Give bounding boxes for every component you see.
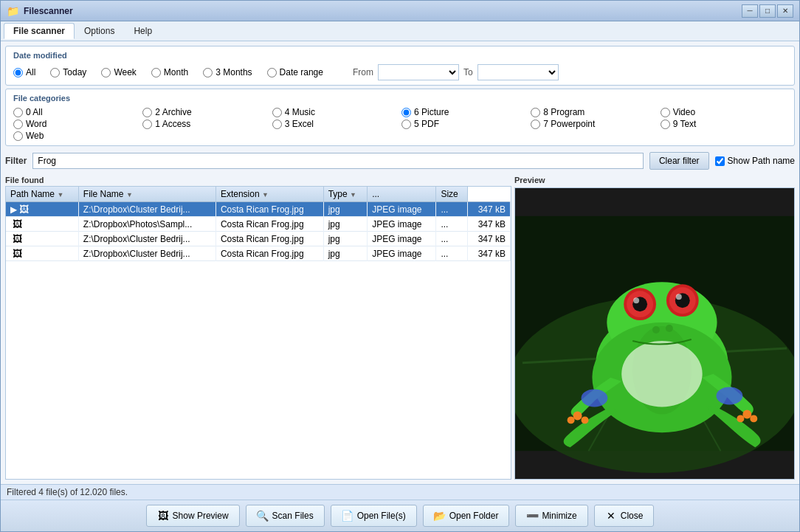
scan-files-icon: 🔍 (257, 510, 269, 522)
date-today-option[interactable]: Today (50, 67, 86, 77)
svg-point-11 (621, 341, 702, 407)
to-date-select[interactable] (477, 64, 559, 80)
filter-input[interactable] (32, 153, 644, 169)
close-toolbar-button[interactable]: ✕ Close (594, 505, 655, 527)
svg-point-9 (582, 390, 608, 407)
to-label: To (463, 67, 473, 77)
clear-filter-button[interactable]: Clear filter (649, 152, 709, 170)
from-date-select[interactable] (378, 64, 459, 80)
show-preview-button[interactable]: 🖼 Show Preview (146, 505, 240, 527)
col-header-size[interactable]: Size (436, 187, 467, 202)
cat-picture[interactable]: 6 Picture (401, 107, 513, 117)
status-text: Filtered 4 file(s) of 12.020 files. (7, 487, 128, 497)
show-path-container: Show Path name (715, 156, 795, 166)
file-categories-section: File categories 0 All 2 Archive 4 Music … (5, 89, 795, 146)
open-folder-button[interactable]: 📂 Open Folder (423, 505, 510, 527)
cell-type: JPEG image (368, 217, 436, 232)
tab-help[interactable]: Help (124, 23, 162, 39)
table-row[interactable]: 🖼Z:\Dropbox\Photos\Sampl...Costa Rican F… (6, 217, 511, 232)
minimize-toolbar-button[interactable]: ➖ Minimize (515, 505, 587, 527)
close-button[interactable]: ✕ (777, 4, 793, 18)
col-header-filename[interactable]: File Name ▼ (78, 187, 215, 202)
scan-files-button[interactable]: 🔍 Scan Files (246, 505, 325, 527)
cat-video[interactable]: Video (661, 107, 772, 117)
main-window: 📁 Filescanner ─ □ ✕ File scanner Options… (0, 0, 800, 532)
tab-options[interactable]: Options (75, 23, 124, 39)
file-type-icon: 🖼 (13, 233, 22, 244)
open-files-button[interactable]: 📄 Open File(s) (331, 505, 417, 527)
show-path-checkbox[interactable] (715, 156, 725, 166)
cat-pdf[interactable]: 5 PDF (401, 119, 513, 129)
minimize-button[interactable]: ─ (742, 4, 758, 18)
cell-type: JPEG image (368, 232, 436, 246)
svg-point-22 (568, 416, 575, 424)
cell-more[interactable]: ... (436, 232, 467, 246)
col-header-extension[interactable]: Extension ▼ (215, 187, 323, 202)
date-range-option[interactable]: Date range (267, 67, 323, 77)
svg-point-20 (573, 411, 582, 420)
date-month-option[interactable]: Month (151, 67, 188, 77)
col-header-more[interactable]: ... (368, 187, 436, 202)
preview-image-box (514, 187, 795, 480)
cell-more[interactable]: ... (436, 217, 467, 232)
file-found-label: File found (5, 176, 511, 184)
file-categories-label: File categories (13, 94, 787, 103)
open-files-label: Open File(s) (357, 511, 406, 521)
minimize-toolbar-label: Minimize (542, 511, 576, 521)
open-files-icon: 📄 (342, 510, 354, 522)
cat-word[interactable]: Word (13, 119, 125, 129)
table-row[interactable]: 🖼Z:\Dropbox\Cluster Bedrij...Costa Rican… (6, 232, 511, 246)
main-content: Date modified All Today Week Month (1, 41, 799, 484)
col-header-type[interactable]: Type ▼ (323, 187, 367, 202)
from-label: From (353, 67, 373, 77)
sort-pathname-icon: ▼ (57, 191, 63, 198)
file-table: Path Name ▼ File Name ▼ Extension ▼ (6, 187, 511, 261)
sort-extension-icon: ▼ (262, 191, 269, 198)
frog-preview-image (515, 188, 794, 479)
row-expand-cell[interactable]: 🖼 (6, 217, 78, 232)
cell-filename: Costa Rican Frog.jpg (215, 217, 323, 232)
row-expand-cell[interactable]: 🖼 (6, 232, 78, 246)
date-modified-label: Date modified (13, 51, 787, 60)
svg-point-25 (737, 415, 744, 422)
show-path-label[interactable]: Show Path name (728, 156, 795, 166)
row-expand-cell[interactable]: 🖼 (6, 246, 78, 261)
cell-extension: jpg (323, 217, 367, 232)
col-header-pathname[interactable]: Path Name ▼ (6, 187, 78, 202)
title-buttons: ─ □ ✕ (742, 4, 793, 18)
file-table-container[interactable]: Path Name ▼ File Name ▼ Extension ▼ (5, 186, 511, 480)
cat-music[interactable]: 4 Music (272, 107, 384, 117)
cat-all[interactable]: 0 All (13, 107, 125, 117)
cell-more[interactable]: ... (436, 246, 467, 261)
row-expand-cell[interactable]: ▶🖼 (6, 202, 78, 217)
cat-excel[interactable]: 3 Excel (272, 119, 384, 129)
title-bar: 📁 Filescanner ─ □ ✕ (1, 1, 799, 21)
open-folder-label: Open Folder (449, 511, 499, 521)
cat-web[interactable]: Web (13, 131, 125, 141)
cell-filename: Costa Rican Frog.jpg (215, 246, 323, 261)
title-bar-left: 📁 Filescanner (7, 5, 73, 17)
cat-access[interactable]: 1 Access (142, 119, 254, 129)
cat-powerpoint[interactable]: 7 Powerpoint (531, 119, 642, 129)
table-row[interactable]: ▶🖼Z:\Dropbox\Cluster Bedrij...Costa Rica… (6, 202, 511, 217)
cat-archive[interactable]: 2 Archive (142, 107, 254, 117)
cell-more[interactable]: ... (436, 202, 467, 217)
table-row[interactable]: 🖼Z:\Dropbox\Cluster Bedrij...Costa Rican… (6, 246, 511, 261)
cell-size: 347 kB (467, 246, 510, 261)
svg-point-24 (750, 415, 757, 422)
cell-pathname: Z:\Dropbox\Photos\Sampl... (78, 217, 215, 232)
open-folder-icon: 📂 (434, 510, 446, 522)
cell-filename: Costa Rican Frog.jpg (215, 232, 323, 246)
tab-file-scanner[interactable]: File scanner (4, 23, 75, 39)
expand-arrow-icon: ▶ (10, 204, 17, 215)
date-all-option[interactable]: All (13, 67, 35, 77)
file-type-icon: 🖼 (13, 248, 22, 259)
restore-button[interactable]: □ (759, 4, 776, 18)
date-week-option[interactable]: Week (101, 67, 136, 77)
cat-program[interactable]: 8 Program (531, 107, 642, 117)
date-3months-option[interactable]: 3 Months (203, 67, 252, 77)
svg-point-15 (633, 297, 639, 303)
cat-text[interactable]: 9 Text (661, 119, 772, 129)
cell-type: JPEG image (368, 202, 436, 217)
filter-row: Filter Clear filter Show Path name (5, 149, 795, 173)
